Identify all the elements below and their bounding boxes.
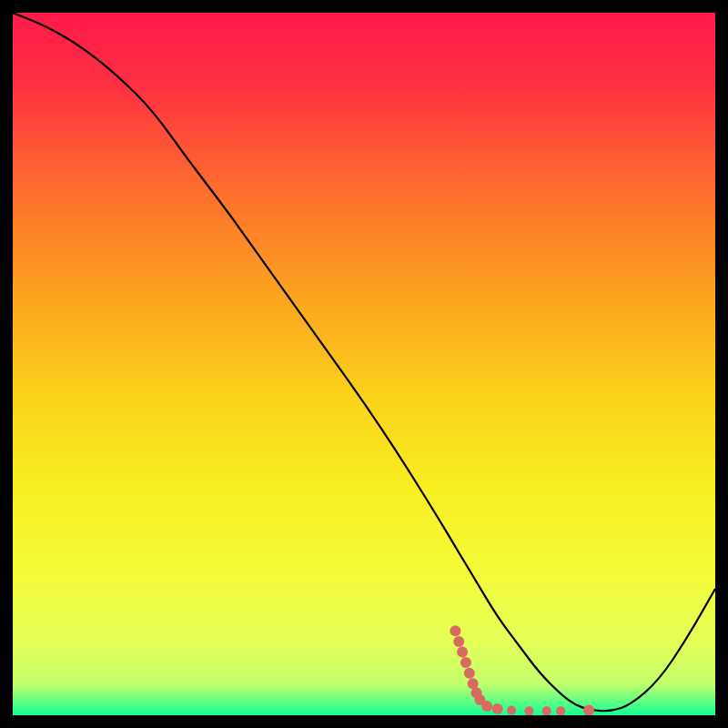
optimal-point	[464, 668, 475, 679]
optimal-point	[524, 706, 533, 715]
optimal-point	[453, 636, 464, 647]
optimal-point	[507, 706, 516, 715]
chart-frame: TheBottleneck.com	[13, 13, 715, 715]
optimal-point	[457, 647, 468, 658]
optimal-point	[492, 703, 503, 714]
bottleneck-chart	[13, 13, 715, 715]
optimal-point	[481, 701, 492, 712]
optimal-point	[556, 706, 565, 715]
optimal-point	[460, 657, 471, 668]
optimal-point	[542, 706, 551, 715]
optimal-point	[450, 625, 460, 636]
gradient-background	[13, 13, 715, 715]
